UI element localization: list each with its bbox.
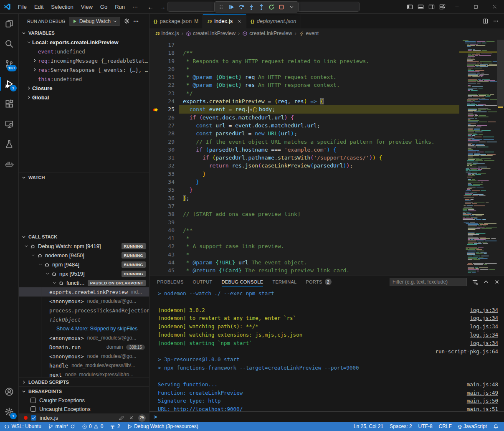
statusbar-item[interactable]: 00 (80, 422, 106, 431)
console-source-link[interactable]: log.js:34 (470, 322, 498, 331)
debug-session-row[interactable]: functions-fra...PAUSED ON BREAKPOINT (19, 278, 149, 287)
menu-run[interactable]: Run (111, 0, 129, 14)
code-editor[interactable]: 1718/**19 * Responds to any HTTP request… (149, 38, 504, 276)
stack-frame-row[interactable]: <anonymous>node_modules/@go... (19, 297, 149, 306)
breakpoint-margin[interactable] (149, 218, 161, 226)
line-number[interactable]: 24 (161, 97, 175, 105)
views-more-actions-icon[interactable]: ⋯ (133, 18, 139, 24)
line-number[interactable]: 23 (161, 89, 175, 97)
code-line[interactable]: 22 * @param {Object} res An HTTP respons… (149, 81, 459, 89)
continue-icon[interactable] (226, 2, 236, 12)
line-number[interactable]: 40 (161, 226, 175, 234)
chevron-right-icon[interactable] (31, 68, 38, 72)
line-number[interactable]: 22 (161, 81, 175, 89)
activitybar-remote-explorer-icon[interactable] (0, 114, 19, 134)
breakpoint-margin[interactable] (149, 170, 161, 178)
watch-header[interactable]: WATCH (19, 173, 149, 182)
code-line[interactable]: 21 * @param {Object} req An HTTP request… (149, 73, 459, 81)
go-forward-icon[interactable]: → (160, 3, 166, 10)
split-editor-icon[interactable] (482, 18, 489, 24)
code-line[interactable]: 29 // If the event object URL matches a … (149, 138, 459, 146)
tab-index.js[interactable]: JSindex.js (203, 14, 246, 28)
code-line[interactable]: 39 (149, 218, 459, 226)
statusbar-item[interactable]: Ln 25, Col 21 (352, 422, 385, 431)
editor-gutter[interactable]: 27 (149, 122, 179, 129)
editor-gutter[interactable]: 18 (149, 49, 179, 57)
inline-breakpoint-icon[interactable] (253, 107, 257, 112)
go-back-icon[interactable]: ← (147, 3, 154, 10)
breakpoint-margin[interactable] (149, 210, 161, 218)
line-number[interactable]: 33 (161, 170, 175, 178)
editor-scrollbar[interactable] (497, 38, 504, 276)
breakpoint-margin[interactable] (149, 234, 161, 242)
breadcrumb-item[interactable]: createLinkPreview (186, 30, 236, 36)
line-number[interactable]: 38 (161, 210, 175, 218)
breakpoint-margin[interactable] (149, 114, 161, 122)
chevron-right-icon[interactable] (25, 95, 32, 99)
breakpoint-margin[interactable] (149, 266, 161, 274)
activitybar-docker-icon[interactable] (0, 154, 19, 174)
code-line[interactable]: 19 * Responds to any HTTP request relate… (149, 57, 459, 65)
gear-icon[interactable] (124, 18, 130, 24)
menu-edit[interactable]: Edit (30, 0, 47, 14)
statusbar-item[interactable]: main* (46, 422, 77, 431)
breakpoint-margin[interactable] (149, 202, 161, 210)
variable-row[interactable]: this: undefined (19, 74, 149, 84)
breakpoint-margin[interactable] (149, 178, 161, 186)
step-over-icon[interactable] (236, 2, 246, 12)
code-line[interactable]: 45 * @return {!Card} The resulting previ… (149, 266, 459, 274)
breakpoint-margin[interactable] (149, 89, 161, 97)
editor-gutter[interactable]: 30 (149, 146, 179, 154)
line-number[interactable]: 31 (161, 154, 175, 162)
editor-gutter[interactable]: 43 (149, 251, 179, 259)
menu-[interactable]: ⋯ (129, 0, 142, 14)
code-line[interactable]: 28 const parsedUrl = new URL(url); (149, 129, 459, 137)
breakpoint-margin[interactable] (149, 41, 161, 49)
line-number[interactable]: 45 (161, 266, 175, 274)
line-number[interactable]: 18 (161, 49, 175, 57)
chevron-down-icon[interactable] (37, 262, 44, 266)
tab-package.json[interactable]: {}package.jsonM (149, 14, 203, 28)
breakpoint-margin[interactable] (149, 154, 161, 162)
breakpoint-margin[interactable] (149, 251, 161, 259)
code-line[interactable]: 27 const url = event.docs.matchedUrl.url… (149, 122, 459, 129)
editor-gutter[interactable]: 21 (149, 73, 179, 81)
console-source-link[interactable]: log.js:34 (470, 331, 498, 339)
editor-gutter[interactable]: 17 (149, 41, 179, 49)
line-number[interactable]: 37 (161, 202, 175, 210)
variables-header[interactable]: VARIABLES (19, 28, 149, 38)
editor-gutter[interactable]: 41 (149, 234, 179, 242)
breakpoints-header[interactable]: BREAKPOINTS (19, 387, 149, 396)
statusbar-item[interactable]: Spaces: 2 (387, 422, 414, 431)
line-number[interactable]: 32 (161, 162, 175, 170)
code-line[interactable]: 20 * (149, 65, 459, 73)
filter-results-icon[interactable] (472, 279, 478, 285)
breakpoint-margin[interactable] (149, 65, 161, 73)
code-line[interactable]: 43 * (149, 251, 459, 259)
maximize-icon[interactable] (466, 0, 485, 14)
breakpoint-margin[interactable] (149, 138, 161, 146)
editor-gutter[interactable]: 40 (149, 226, 179, 234)
activitybar-run-and-debug-icon[interactable]: 1 (0, 74, 19, 94)
statusbar-item[interactable]: UTF-8 (416, 422, 435, 431)
editor-gutter[interactable]: 19 (149, 57, 179, 65)
breakpoint-margin[interactable] (149, 146, 161, 154)
code-line[interactable]: 36}; (149, 194, 459, 202)
editor-gutter[interactable]: 24 (149, 97, 179, 105)
stack-frame-row[interactable]: process.processTicksAndRejections (19, 306, 149, 315)
line-number[interactable]: 25 (161, 105, 175, 113)
editor-gutter[interactable]: 39 (149, 218, 179, 226)
editor-gutter[interactable]: 42 (149, 242, 179, 250)
breakpoint-row[interactable]: Uncaught Exceptions (19, 405, 149, 413)
line-number[interactable]: 19 (161, 57, 175, 65)
variable-row[interactable]: req: IncomingMessage {_readableState:… (19, 56, 149, 65)
line-number[interactable]: 26 (161, 114, 175, 122)
step-out-icon[interactable] (256, 2, 266, 12)
toggle-panel-icon[interactable] (415, 0, 426, 14)
chevron-down-icon[interactable] (51, 281, 58, 285)
activitybar-search-icon[interactable] (0, 34, 19, 54)
statusbar-item[interactable]: WSL: Ubuntu (3, 422, 43, 431)
breakpoint-margin[interactable] (149, 162, 161, 170)
editor-gutter[interactable]: 34 (149, 178, 179, 186)
editor-gutter[interactable]: 44 (149, 259, 179, 266)
